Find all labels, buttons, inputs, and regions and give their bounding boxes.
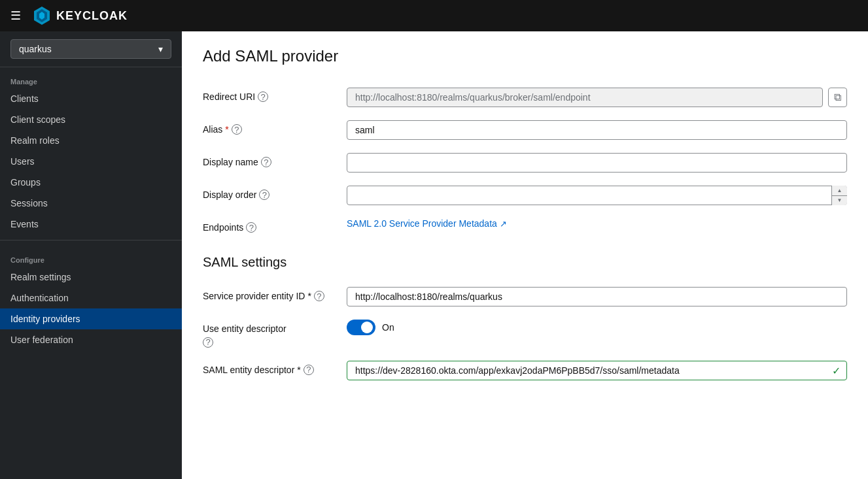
endpoints-help-icon[interactable]: ? [246,222,256,233]
display-order-spinner: ▲ ▼ [831,186,847,205]
page-title: Add SAML provider [203,47,847,65]
keycloak-logo-icon [31,5,52,26]
sidebar-item-users[interactable]: Users [0,151,182,172]
sidebar-item-authentication[interactable]: Authentication [0,288,182,308]
sidebar-item-realm-settings[interactable]: Realm settings [0,267,182,288]
logo: KEYCLOAK [31,5,128,26]
display-name-help-icon[interactable]: ? [261,157,271,167]
service-provider-entity-id-control [347,287,847,306]
sidebar: quarkus ▾ Manage Clients Client scopes R… [0,31,182,479]
display-order-row: Display order ? ▲ ▼ [203,179,847,212]
saml-settings-heading: SAML settings [203,255,847,270]
saml-entity-descriptor-input-wrapper: ✓ [347,361,847,380]
check-circle-icon: ✓ [832,364,841,376]
use-entity-descriptor-control: On [347,320,847,335]
alias-required-indicator: * [225,124,228,135]
external-link-icon: ↗ [500,219,507,229]
use-entity-descriptor-help-icon[interactable]: ? [203,337,213,348]
saml-entity-descriptor-row: SAML entity descriptor * ? ✓ [203,354,847,387]
saml-entity-descriptor-label: SAML entity descriptor * ? [203,361,347,375]
logo-text: KEYCLOAK [56,9,128,23]
alias-label: Alias * ? [203,120,347,135]
sidebar-item-client-scopes[interactable]: Client scopes [0,109,182,130]
spentityid-required-indicator: * [307,291,311,301]
main-content: Add SAML provider Redirect URI ? ⧉ [182,31,868,479]
redirect-uri-help-icon[interactable]: ? [258,91,268,102]
realm-name: quarkus [19,44,52,54]
display-order-increment[interactable]: ▲ [832,186,847,196]
hamburger-menu-icon[interactable]: ☰ [10,8,21,23]
realm-dropdown[interactable]: quarkus ▾ [10,39,171,59]
use-entity-descriptor-toggle-wrapper: On [347,320,847,335]
saml-metadata-link[interactable]: SAML 2.0 Service Provider Metadata ↗ [347,218,847,229]
saml-entity-descriptor-required-indicator: * [297,365,300,375]
service-provider-entity-id-label: Service provider entity ID * ? [203,287,347,301]
use-entity-descriptor-row: Use entity descriptor ? On [203,313,847,354]
saml-entity-descriptor-help-icon[interactable]: ? [304,365,314,375]
spentityid-help-icon[interactable]: ? [314,291,324,301]
display-name-input[interactable] [347,153,847,173]
chevron-down-icon: ▾ [158,44,163,54]
sidebar-item-realm-roles[interactable]: Realm roles [0,130,182,151]
redirect-uri-control: ⧉ [347,88,847,107]
toggle-on-label: On [382,322,394,333]
manage-section-label: Manage [0,67,182,88]
display-order-number-wrapper: ▲ ▼ [347,186,847,205]
saml-entity-descriptor-control: ✓ [347,361,847,380]
alias-control [347,120,847,140]
configure-section-label: Configure [0,246,182,267]
copy-icon: ⧉ [834,91,841,103]
display-order-label: Display order ? [203,186,347,200]
sidebar-item-user-federation[interactable]: User federation [0,329,182,350]
endpoints-row: Endpoints ? SAML 2.0 Service Provider Me… [203,212,847,239]
display-order-help-icon[interactable]: ? [259,190,269,200]
sidebar-divider [0,240,182,240]
toggle-slider [347,320,375,335]
copy-redirect-uri-button[interactable]: ⧉ [828,88,847,107]
alias-input[interactable] [347,120,847,140]
display-name-row: Display name ? [203,146,847,179]
redirect-uri-label: Redirect URI ? [203,88,347,102]
display-name-label: Display name ? [203,153,347,167]
main-layout: quarkus ▾ Manage Clients Client scopes R… [0,31,868,479]
redirect-uri-input [347,88,823,107]
redirect-uri-row: Redirect URI ? ⧉ [203,81,847,114]
alias-help-icon[interactable]: ? [232,124,242,135]
sidebar-item-groups[interactable]: Groups [0,172,182,193]
sidebar-item-clients[interactable]: Clients [0,88,182,109]
display-order-input[interactable] [347,186,847,205]
sidebar-item-sessions[interactable]: Sessions [0,193,182,214]
display-order-decrement[interactable]: ▼ [832,196,847,206]
alias-row: Alias * ? [203,114,847,146]
sidebar-item-events[interactable]: Events [0,214,182,235]
display-name-control [347,153,847,173]
saml-provider-form: Redirect URI ? ⧉ Alias * ? [203,81,847,387]
use-entity-descriptor-label: Use entity descriptor ? [203,320,347,348]
display-order-control: ▲ ▼ [347,186,847,205]
use-entity-descriptor-toggle[interactable] [347,320,375,335]
service-provider-entity-id-row: Service provider entity ID * ? [203,280,847,313]
saml-metadata-link-text: SAML 2.0 Service Provider Metadata [347,218,497,229]
sidebar-item-identity-providers[interactable]: Identity providers [0,308,182,329]
service-provider-entity-id-input[interactable] [347,287,847,306]
endpoints-control: SAML 2.0 Service Provider Metadata ↗ [347,218,847,229]
top-nav: ☰ KEYCLOAK [0,0,868,31]
realm-selector[interactable]: quarkus ▾ [0,31,182,67]
saml-entity-descriptor-input[interactable] [347,361,847,380]
endpoints-label: Endpoints ? [203,218,347,233]
